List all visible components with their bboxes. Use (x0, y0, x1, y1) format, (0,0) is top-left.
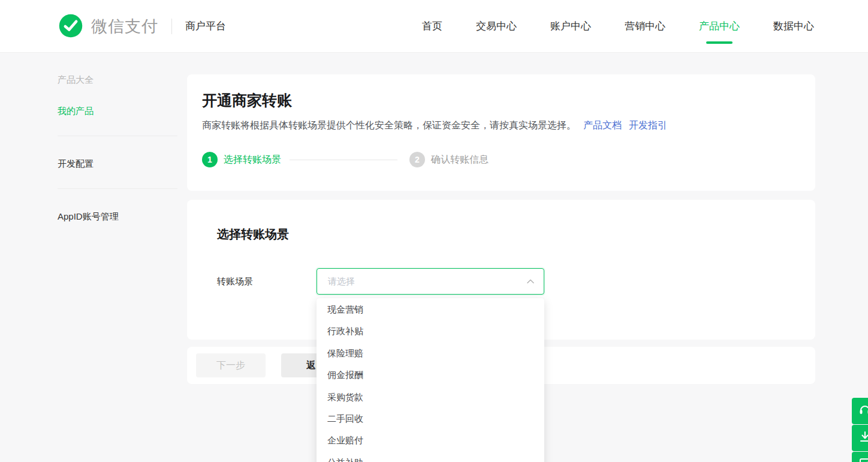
step-indicator: 1 选择转账场景 2 确认转账信息 (202, 152, 800, 167)
dropdown-option-procurement[interactable]: 采购货款 (317, 386, 544, 408)
form-icon (858, 457, 868, 462)
download-icon (858, 430, 868, 446)
survey-button[interactable] (852, 452, 868, 462)
nav-item-transaction-center[interactable]: 交易中心 (475, 13, 518, 39)
transfer-scene-select[interactable]: 请选择 (317, 268, 544, 295)
transfer-scene-field-row: 转账场景 请选择 (217, 268, 785, 295)
chevron-up-icon (526, 277, 535, 286)
step-2-label: 确认转账信息 (431, 154, 489, 166)
step-2-badge: 2 (409, 152, 425, 167)
nav-item-product-center[interactable]: 产品中心 (698, 13, 741, 39)
top-header: 微信支付 商户平台 首页 交易中心 账户中心 营销中心 产品中心 数据中心 (0, 0, 868, 53)
brand: 微信支付 商户平台 (58, 13, 226, 40)
form-title: 选择转账场景 (217, 226, 785, 242)
sidebar-divider (58, 136, 177, 136)
dropdown-option-commission[interactable]: 佣金报酬 (317, 364, 544, 386)
nav-item-data-center[interactable]: 数据中心 (772, 13, 815, 39)
sidebar-section-title: 产品大全 (58, 74, 177, 86)
headset-icon (858, 403, 868, 419)
dropdown-option-enterprise-compensation[interactable]: 企业赔付 (317, 430, 544, 451)
sidebar-item-my-products[interactable]: 我的产品 (58, 106, 177, 117)
step-1-label: 选择转账场景 (224, 154, 281, 166)
step-connector-line (290, 160, 397, 160)
dropdown-option-insurance-claim[interactable]: 保险理赔 (317, 343, 544, 364)
sidebar: 产品大全 我的产品 开发配置 AppID账号管理 (58, 74, 177, 223)
transfer-scene-label: 转账场景 (217, 276, 317, 287)
step-1-badge: 1 (202, 152, 218, 167)
select-placeholder: 请选择 (328, 276, 526, 287)
sidebar-item-appid-management[interactable]: AppID账号管理 (58, 211, 177, 223)
customer-service-button[interactable] (852, 398, 868, 424)
transfer-scene-dropdown: 现金营销 行政补贴 保险理赔 佣金报酬 采购货款 二手回收 企业赔付 公益补助 (317, 298, 544, 462)
wechat-pay-logo-icon (58, 13, 84, 40)
next-step-button[interactable]: 下一步 (196, 353, 266, 377)
floating-toolbar (852, 398, 868, 462)
sidebar-item-dev-config[interactable]: 开发配置 (58, 158, 177, 170)
main-nav: 首页 交易中心 账户中心 营销中心 产品中心 数据中心 (421, 13, 815, 39)
dev-guide-link[interactable]: 开发指引 (629, 120, 667, 130)
page-title: 开通商家转账 (202, 91, 800, 110)
download-button[interactable] (852, 425, 868, 451)
page-description: 商家转账将根据具体转账场景提供个性化安全策略，保证资金安全，请按真实场景选择。 (202, 120, 576, 130)
logo-wordmark: 微信支付 (91, 16, 158, 37)
intro-card: 开通商家转账 商家转账将根据具体转账场景提供个性化安全策略，保证资金安全，请按真… (187, 74, 815, 191)
nav-item-account-center[interactable]: 账户中心 (549, 13, 592, 39)
nav-item-home[interactable]: 首页 (421, 13, 444, 39)
dropdown-option-cash-marketing[interactable]: 现金营销 (317, 299, 544, 320)
dropdown-option-admin-subsidy[interactable]: 行政补贴 (317, 320, 544, 342)
brand-divider (171, 19, 172, 34)
dropdown-option-public-welfare[interactable]: 公益补助 (317, 452, 544, 462)
product-doc-link[interactable]: 产品文档 (583, 120, 622, 130)
nav-item-marketing-center[interactable]: 营销中心 (623, 13, 667, 39)
dropdown-option-secondhand-recycle[interactable]: 二手回收 (317, 408, 544, 430)
portal-name: 商户平台 (185, 19, 226, 33)
sidebar-divider (58, 188, 177, 189)
page-description-row: 商家转账将根据具体转账场景提供个性化安全策略，保证资金安全，请按真实场景选择。产… (202, 119, 800, 132)
